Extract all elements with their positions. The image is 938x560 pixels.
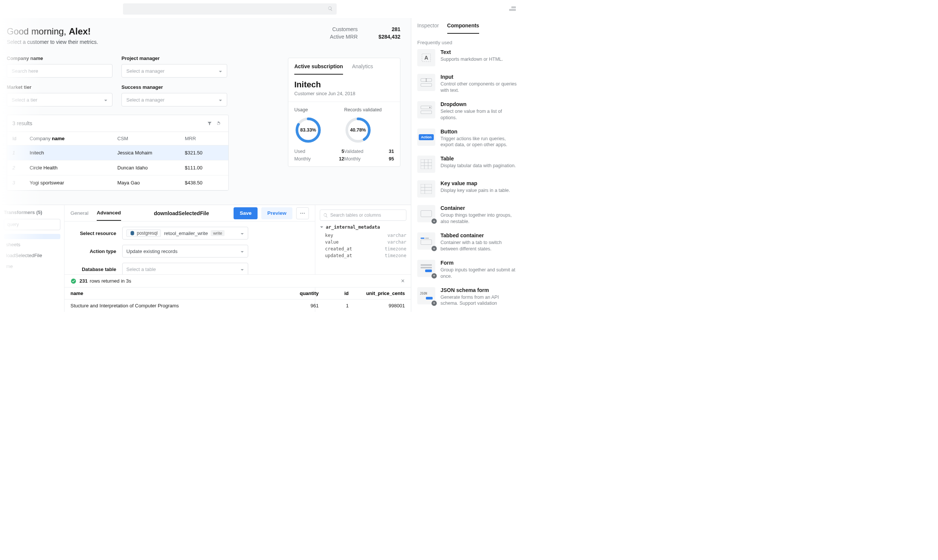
tab-inspector[interactable]: Inspector bbox=[417, 23, 439, 34]
postgres-icon: postgresql bbox=[126, 229, 161, 237]
plus-icon: + bbox=[432, 273, 437, 278]
query-item[interactable]: me bbox=[4, 261, 60, 272]
schema-table[interactable]: ar_internal_metadata bbox=[320, 225, 406, 230]
global-search[interactable] bbox=[123, 3, 337, 15]
col-id[interactable]: Id bbox=[7, 132, 25, 145]
preview-button[interactable]: Preview bbox=[261, 207, 292, 219]
success-icon bbox=[71, 278, 77, 284]
search-icon bbox=[328, 6, 333, 11]
company-search-input[interactable]: Search here bbox=[7, 64, 112, 78]
result-row[interactable]: Stucture and Interpretation of Computer … bbox=[65, 300, 411, 312]
text-icon: A bbox=[417, 49, 435, 66]
results-title: 3 results bbox=[12, 120, 205, 126]
detail-subtitle: Customer since Jun 24, 2018 bbox=[288, 91, 400, 102]
save-button[interactable]: Save bbox=[234, 207, 258, 219]
status-bar: 231 rows returned in 3s ✕ bbox=[65, 274, 411, 287]
dropdown-icon: ▾ bbox=[417, 101, 435, 118]
plus-icon: + bbox=[432, 218, 437, 224]
query-title: downloadSelectedFile bbox=[129, 210, 234, 216]
table-row[interactable]: 1InitechJessica Mohaim$321.50 bbox=[7, 145, 228, 160]
component-palette: Inspector Components Frequently used A T… bbox=[411, 18, 523, 312]
palette-item-tabbed[interactable]: + Tabbed container Container with a tab … bbox=[417, 232, 517, 252]
button-icon: Action bbox=[417, 129, 435, 146]
table-row[interactable]: 2Circle HealthDuncan Idaho$111.00 bbox=[7, 160, 228, 175]
container-icon: + bbox=[417, 205, 435, 222]
palette-item-container[interactable]: + Container Group things together into g… bbox=[417, 205, 517, 225]
palette-item-dropdown[interactable]: ▾ Dropdown Select one value from a list … bbox=[417, 101, 517, 121]
metric-label: Usage bbox=[294, 107, 344, 112]
palette-item-jsonform[interactable]: JSON + JSON schema form Generate forms f… bbox=[417, 287, 517, 307]
palette-item-table[interactable]: Table Display tabular data with paginati… bbox=[417, 155, 517, 173]
svg-rect-5 bbox=[421, 159, 432, 169]
tab-components[interactable]: Components bbox=[447, 23, 480, 34]
plus-icon: + bbox=[432, 301, 437, 306]
kpi-label: Active MRR bbox=[330, 34, 358, 40]
chevron-down-icon bbox=[218, 69, 222, 73]
jsonform-icon: JSON + bbox=[417, 287, 435, 305]
kvmap-icon bbox=[417, 180, 435, 197]
filter-label: Market tier bbox=[7, 84, 112, 90]
palette-item-button[interactable]: Action Button Trigger actions like run q… bbox=[417, 129, 517, 148]
palette-item-form[interactable]: + Form Group inputs together and submit … bbox=[417, 260, 517, 280]
filter-label: Project manager bbox=[121, 55, 227, 61]
form-icon: + bbox=[417, 260, 435, 277]
chevron-down-icon bbox=[104, 98, 108, 102]
tab-active-subscription[interactable]: Active subscription bbox=[294, 63, 343, 75]
kpi-label: Customers bbox=[332, 26, 358, 32]
resource-select[interactable]: postgresql retool_emailer_write write bbox=[122, 227, 248, 240]
detail-title: Initech bbox=[288, 75, 400, 91]
tabbed-icon: + bbox=[417, 232, 435, 250]
kpi-value: $284,432 bbox=[368, 34, 400, 40]
filter-label: Success manager bbox=[121, 84, 227, 90]
schema-search-input[interactable]: Search tables or columns bbox=[320, 209, 406, 221]
query-panel: Transformers (5) query sheetsloadSelecte… bbox=[0, 205, 411, 312]
metric-label: Records validated bbox=[344, 107, 394, 112]
usage-donut: 83.33% bbox=[294, 116, 322, 144]
palette-item-text[interactable]: A Text Supports markdown or HTML. bbox=[417, 49, 517, 66]
schema-column[interactable]: valuevarchar bbox=[320, 239, 406, 246]
tab-analytics[interactable]: Analytics bbox=[352, 63, 373, 75]
kpi-block: Customers 281 Active MRR $284,432 bbox=[330, 26, 400, 41]
palette-item-input[interactable]: I Input Control other components or quer… bbox=[417, 74, 517, 94]
filter-label: Company name bbox=[7, 55, 112, 61]
table-row[interactable]: 3Yogi sportswearMaya Gao$438.50 bbox=[7, 175, 228, 191]
schema-column[interactable]: updated_attimezone bbox=[320, 252, 406, 259]
query-item[interactable]: loadSelectedFile bbox=[4, 250, 60, 261]
detail-card: Active subscription Analytics Initech Cu… bbox=[288, 58, 400, 167]
schema-column[interactable]: created_attimezone bbox=[320, 246, 406, 252]
topbar bbox=[0, 0, 523, 18]
sm-select[interactable]: Select a manager bbox=[121, 93, 227, 106]
palette-section: Frequently used bbox=[417, 40, 517, 45]
schema-column[interactable]: keyvarchar bbox=[320, 232, 406, 239]
tier-select[interactable]: Select a tier bbox=[7, 93, 112, 106]
query-search-input[interactable]: query bbox=[4, 219, 60, 230]
canvas: Good morning, Alex! Select a customer to… bbox=[0, 18, 411, 312]
filter-icon[interactable] bbox=[205, 119, 214, 128]
db-table-select[interactable]: Select a table bbox=[122, 263, 248, 275]
action-type-select[interactable]: Update existing records bbox=[122, 245, 248, 257]
chevron-down-icon bbox=[240, 231, 244, 235]
pm-select[interactable]: Select a manager bbox=[121, 64, 227, 78]
col-csm[interactable]: CSM bbox=[112, 132, 180, 145]
result-header: name quantity id unit_price_cents bbox=[65, 287, 411, 300]
more-button[interactable]: ⋯ bbox=[296, 207, 309, 219]
chevron-down-icon bbox=[240, 267, 244, 271]
plus-icon: + bbox=[432, 246, 437, 251]
col-company[interactable]: Company name bbox=[25, 132, 112, 145]
tab-general[interactable]: General bbox=[71, 206, 88, 220]
query-item[interactable] bbox=[4, 234, 60, 239]
input-icon: I bbox=[417, 74, 435, 91]
records-donut: 40.78% bbox=[344, 116, 372, 144]
form-label: Select resource bbox=[71, 231, 122, 236]
tab-advanced[interactable]: Advanced bbox=[97, 205, 121, 221]
table-icon bbox=[417, 155, 435, 173]
col-mrr[interactable]: MRR bbox=[180, 132, 228, 145]
close-icon[interactable]: ✕ bbox=[401, 278, 405, 284]
palette-item-kvmap[interactable]: Key value map Display key value pairs in… bbox=[417, 180, 517, 197]
svg-rect-10 bbox=[421, 184, 432, 194]
panels-icon[interactable] bbox=[509, 6, 516, 12]
query-item[interactable]: sheets bbox=[4, 239, 60, 250]
query-section: Transformers (5) bbox=[4, 209, 60, 215]
refresh-icon[interactable] bbox=[214, 119, 223, 128]
kpi-value: 281 bbox=[368, 26, 400, 32]
